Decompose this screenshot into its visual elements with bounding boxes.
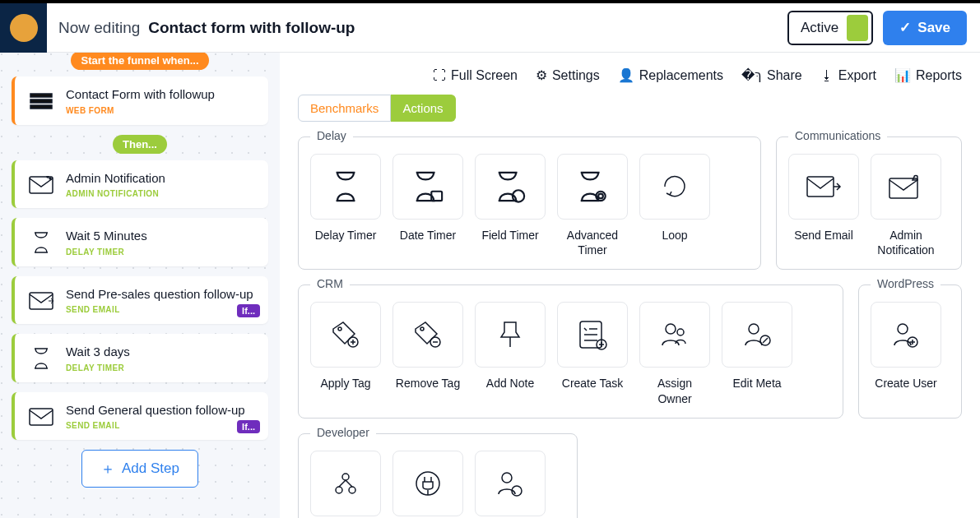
- status-color-swatch: [847, 15, 868, 41]
- group-developer: Developer: [298, 433, 578, 518]
- step-subtitle: SEND EMAIL: [66, 421, 257, 430]
- admin-mail-icon: [888, 173, 924, 200]
- replacements-button[interactable]: 👤Replacements: [618, 67, 723, 83]
- action-tabs: Benchmarks Actions: [298, 95, 980, 122]
- step-item[interactable]: Admin Notification ADMIN NOTIFICATION: [12, 160, 268, 209]
- step-subtitle: WEB FORM: [66, 106, 257, 115]
- svg-rect-13: [889, 178, 917, 198]
- then-pill: Then...: [113, 135, 167, 154]
- action-dev-3[interactable]: [475, 451, 546, 518]
- step-title: Contact Form with followup: [66, 86, 257, 103]
- action-field-timer[interactable]: Field Timer: [475, 154, 546, 257]
- owner-icon: [659, 319, 690, 350]
- group-label: WordPress: [871, 277, 941, 290]
- action-dev-1[interactable]: [310, 451, 381, 518]
- gear-icon: ⚙: [536, 67, 547, 83]
- send-mail-icon: [806, 173, 842, 200]
- envelope-icon: [26, 173, 56, 197]
- loop-icon: [660, 172, 690, 201]
- hourglass-calendar-icon: [412, 170, 444, 203]
- group-communications: Communications Send Email Admin Notifica…: [776, 136, 962, 270]
- group-delay: Delay Delay Timer Date Timer Field Timer…: [298, 136, 761, 270]
- step-subtitle: ADMIN NOTIFICATION: [66, 189, 257, 198]
- action-dev-2[interactable]: [392, 451, 463, 518]
- action-apply-tag[interactable]: Apply Tag: [310, 302, 381, 405]
- pin-icon: [496, 319, 524, 350]
- svg-point-22: [749, 324, 759, 334]
- step-title: Send Pre-sales question follow-up: [66, 286, 257, 303]
- step-item[interactable]: Contact Form with followup WEB FORM: [12, 76, 268, 125]
- webhook-icon: [331, 469, 360, 498]
- action-add-note[interactable]: Add Note: [475, 302, 546, 405]
- canvas: ⛶Full Screen ⚙Settings 👤Replacements �ךּ…: [280, 53, 980, 518]
- action-edit-meta[interactable]: Edit Meta: [722, 302, 792, 405]
- export-icon: ⭳: [820, 68, 834, 83]
- share-button[interactable]: �ךּShare: [741, 67, 802, 83]
- step-title: Send General question follow-up: [66, 402, 257, 419]
- step-item[interactable]: Send Pre-sales question follow-up SEND E…: [12, 276, 268, 325]
- if-badge: If...: [237, 420, 260, 433]
- step-item[interactable]: Send General question follow-up SEND EMA…: [12, 392, 268, 441]
- svg-point-21: [677, 329, 684, 335]
- tab-actions[interactable]: Actions: [391, 95, 455, 122]
- action-advanced-timer[interactable]: Advanced Timer: [557, 154, 628, 257]
- svg-point-20: [666, 324, 676, 334]
- reports-icon: 📊: [894, 67, 911, 83]
- save-button[interactable]: ✓ Save: [883, 11, 967, 45]
- action-remove-tag[interactable]: Remove Tag: [392, 302, 463, 405]
- hourglass-icon: [26, 231, 56, 254]
- header: Now editing Contact form with follow-up …: [0, 3, 980, 53]
- action-assign-owner[interactable]: Assign Owner: [639, 302, 710, 405]
- steps-sidebar[interactable]: Start the funnel when... Contact Form wi…: [0, 53, 280, 518]
- action-delay-timer[interactable]: Delay Timer: [310, 154, 381, 257]
- action-create-user[interactable]: Create User: [871, 302, 941, 391]
- funnel-title: Contact form with follow-up: [148, 19, 355, 37]
- action-loop[interactable]: Loop: [639, 154, 710, 257]
- action-create-task[interactable]: Create Task: [557, 302, 628, 405]
- canvas-toolbar: ⛶Full Screen ⚙Settings 👤Replacements �ךּ…: [280, 53, 980, 95]
- export-button[interactable]: ⭳Export: [820, 67, 876, 83]
- group-label: Delay: [310, 129, 353, 142]
- svg-rect-1: [30, 99, 52, 103]
- share-icon: �ךּ: [741, 67, 762, 83]
- svg-rect-7: [30, 409, 53, 425]
- svg-point-11: [598, 194, 603, 199]
- fullscreen-button[interactable]: ⛶Full Screen: [433, 67, 518, 83]
- group-label: Communications: [788, 129, 887, 142]
- step-subtitle: SEND EMAIL: [66, 305, 257, 314]
- step-subtitle: DELAY TIMER: [66, 363, 257, 372]
- svg-rect-12: [807, 177, 834, 197]
- task-icon: [577, 318, 608, 351]
- svg-point-16: [420, 327, 424, 331]
- envelope-icon: [26, 405, 56, 428]
- user-plus-icon: [891, 319, 921, 350]
- user-code-icon: [495, 468, 525, 499]
- hourglass-icon: [332, 170, 360, 203]
- svg-point-4: [49, 178, 51, 179]
- check-icon: ✓: [899, 19, 911, 36]
- action-admin-notification[interactable]: Admin Notification: [871, 154, 941, 257]
- user-icon: 👤: [618, 67, 634, 83]
- action-send-email[interactable]: Send Email: [788, 154, 859, 257]
- svg-rect-2: [30, 105, 52, 109]
- settings-button[interactable]: ⚙Settings: [536, 67, 600, 83]
- group-label: Developer: [310, 426, 376, 439]
- svg-point-26: [336, 487, 342, 493]
- status-dropdown[interactable]: Active: [787, 11, 873, 45]
- start-pill: Start the funnel when...: [71, 53, 208, 70]
- action-date-timer[interactable]: Date Timer: [392, 154, 463, 257]
- svg-point-5: [47, 176, 49, 178]
- step-item[interactable]: Wait 3 days DELAY TIMER: [12, 334, 268, 382]
- form-icon: [26, 90, 56, 113]
- svg-point-28: [342, 474, 349, 480]
- svg-rect-0: [30, 94, 52, 97]
- group-crm: CRM Apply Tag Remove Tag Add Note Create…: [298, 284, 843, 418]
- reports-button[interactable]: 📊Reports: [894, 67, 962, 83]
- app-logo[interactable]: [0, 3, 47, 53]
- step-item[interactable]: Wait 5 Minutes DELAY TIMER: [12, 218, 268, 266]
- if-badge: If...: [237, 304, 260, 317]
- add-step-button[interactable]: ＋ Add Step: [81, 450, 198, 488]
- tab-benchmarks[interactable]: Benchmarks: [298, 95, 391, 122]
- group-wordpress: WordPress Create User: [858, 284, 962, 418]
- group-label: CRM: [310, 277, 350, 290]
